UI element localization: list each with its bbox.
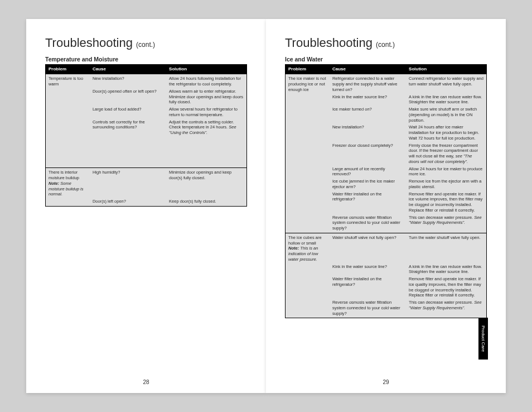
section-heading: Temperature and Moisture — [45, 56, 247, 63]
cell-solution: Make sure wire shutoff arm or switch (de… — [406, 107, 486, 124]
cell-cause: Ice maker turned on? — [330, 107, 406, 124]
title-cont: (cont.) — [136, 41, 155, 49]
col-solution: Solution — [406, 65, 486, 74]
table-row: The ice cubes are hollow or small Note: … — [286, 233, 487, 264]
cell-solution: Remove ice from the ejector arm with a p… — [406, 179, 486, 191]
cell-cause: Door(s) left open? — [90, 199, 166, 206]
table-row: Water filter installed on the refrigerat… — [286, 276, 487, 300]
cell-cause: Reverse osmosis water filtration system … — [330, 215, 406, 233]
page-left: Troubleshooting (cont.) Temperature and … — [26, 19, 266, 393]
cell-solution: Allows warm air to enter refrigerator. M… — [166, 89, 246, 107]
page-right: Troubleshooting (cont.) Ice and Water Pr… — [266, 19, 506, 393]
table-row: Controls set correctly for the surroundi… — [46, 119, 247, 137]
cell-cause: New installation? — [90, 74, 166, 89]
cell-cause: Water filter installed on the refrigerat… — [330, 191, 406, 215]
table-row: Freezer door closed completely? Firmly c… — [286, 143, 487, 166]
cell-solution: Wait 24 hours after ice maker installati… — [406, 124, 486, 142]
table-row: Water filter installed on the refrigerat… — [286, 191, 487, 215]
cell-problem: Temperature is too warm — [46, 74, 90, 89]
cell-cause: New installation? — [330, 124, 406, 142]
col-cause: Cause — [330, 65, 406, 74]
table-row: There is interior moisture buildup Note:… — [46, 168, 247, 199]
table-row: Door(s) opened often or left open? Allow… — [46, 89, 247, 107]
table-row: Reverse osmosis water filtration system … — [286, 300, 487, 318]
cell-solution: A kink in the line can reduce water flow… — [406, 94, 486, 107]
cell-cause: Large amount of ice recently removed? — [330, 166, 406, 179]
table-row: Kink in the water source line? A kink in… — [286, 94, 487, 107]
page-spread: Product Care Troubleshooting (cont.) Tem… — [26, 19, 506, 393]
cell-solution: This can decrease water pressure. See "W… — [406, 300, 486, 318]
title-main: Troubleshooting — [45, 36, 133, 50]
cell-solution: Minimize door openings and keep door(s) … — [166, 168, 246, 199]
table-row: New installation? Wait 24 hours after ic… — [286, 124, 487, 142]
section-heading: Ice and Water — [285, 56, 487, 63]
cell-solution: Allow several hours for refrigerator to … — [166, 107, 246, 119]
cell-solution: Allow 24 hours following installation fo… — [166, 74, 246, 89]
cell-solution: This can decrease water pressure. See "W… — [406, 215, 486, 233]
page-title: Troubleshooting (cont.) — [285, 36, 487, 50]
table-row: The ice maker is not producing ice or no… — [286, 74, 487, 94]
troubleshooting-table-right: Problem Cause Solution The ice maker is … — [285, 64, 487, 318]
table-row: Ice cube jammed in the ice maker ejector… — [286, 179, 487, 191]
troubleshooting-table-left: Problem Cause Solution Temperature is to… — [45, 64, 247, 207]
cell-solution: Firmly close the freezer compartment doo… — [406, 143, 486, 166]
cell-cause: Water shutoff valve not fully open? — [330, 233, 406, 264]
col-problem: Problem — [46, 65, 90, 74]
table-row: Large load of food added? Allow several … — [46, 107, 247, 119]
title-main: Troubleshooting — [285, 36, 373, 50]
cell-cause: Controls set correctly for the surroundi… — [90, 119, 166, 137]
table-row: Kink in the water source line? A kink in… — [286, 264, 487, 277]
cell-cause: Ice cube jammed in the ice maker ejector… — [330, 179, 406, 191]
cell-problem: The ice cubes are hollow or small Note: … — [286, 233, 330, 264]
table-row: Large amount of ice recently removed? Al… — [286, 166, 487, 179]
section-tab-right: Product Care — [478, 318, 488, 360]
table-row: Temperature is too warm New installation… — [46, 74, 247, 89]
col-cause: Cause — [90, 65, 166, 74]
table-row: Ice maker turned on? Make sure wire shut… — [286, 107, 487, 124]
cell-problem: The ice maker is not producing ice or no… — [286, 74, 330, 94]
cell-solution: Allow 24 hours for ice maker to produce … — [406, 166, 486, 179]
cell-problem: There is interior moisture buildup Note:… — [46, 168, 90, 199]
cell-cause: Kink in the water source line? — [330, 264, 406, 277]
cell-solution: A kink in the line can reduce water flow… — [406, 264, 486, 277]
table-row: Reverse osmosis water filtration system … — [286, 215, 487, 233]
cell-solution: Adjust the controls a setting colder. Ch… — [166, 119, 246, 137]
cell-solution: Connect refrigerator to water supply and… — [406, 74, 486, 94]
page-number: 29 — [383, 379, 389, 385]
title-cont: (cont.) — [376, 41, 395, 49]
table-row: Door(s) left open? Keep door(s) fully cl… — [46, 199, 247, 206]
cell-solution: Remove filter and operate ice maker. If … — [406, 191, 486, 215]
cell-cause: Kink in the water source line? — [330, 94, 406, 107]
cell-cause: High humidity? — [90, 168, 166, 199]
cell-cause: Water filter installed on the refrigerat… — [330, 276, 406, 300]
cell-cause: Refrigerator connected to a water supply… — [330, 74, 406, 94]
cell-solution: Turn the water shutoff valve fully open. — [406, 233, 486, 264]
cell-cause: Large load of food added? — [90, 107, 166, 119]
col-problem: Problem — [286, 65, 330, 74]
cell-cause: Freezer door closed completely? — [330, 143, 406, 166]
cell-cause: Reverse osmosis water filtration system … — [330, 300, 406, 318]
page-number: 28 — [143, 379, 149, 385]
col-solution: Solution — [166, 65, 246, 74]
cell-solution: Keep door(s) fully closed. — [166, 199, 246, 206]
cell-cause: Door(s) opened often or left open? — [90, 89, 166, 107]
cell-solution: Remove filter and operate ice maker. If … — [406, 276, 486, 300]
page-title: Troubleshooting (cont.) — [45, 36, 247, 50]
